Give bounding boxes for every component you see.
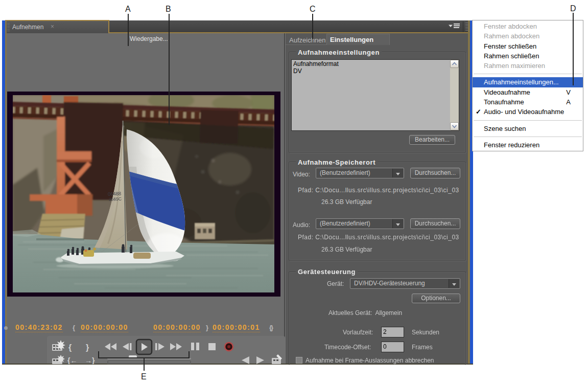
svg-text:→}: →} [85, 356, 95, 364]
svg-text:3565C: 3565C [109, 196, 122, 202]
svg-text:}: } [86, 343, 89, 352]
svg-text:{: { [68, 343, 72, 352]
svg-text:{←: {← [67, 356, 77, 364]
